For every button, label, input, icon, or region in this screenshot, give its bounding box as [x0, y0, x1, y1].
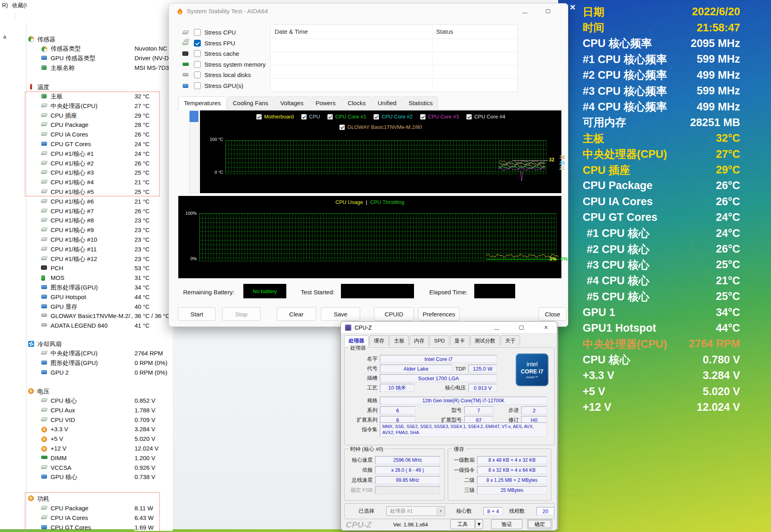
tab-cooling-fans[interactable]: Cooling Fans — [227, 96, 274, 110]
graph-scrollbar-thumb[interactable] — [190, 111, 198, 122]
sensor-row[interactable]: GPU 核心0.738 V — [27, 472, 173, 482]
cpuz-maximize-icon[interactable] — [519, 326, 524, 330]
sensor-row[interactable]: 中央处理器(CPU)27 °C — [27, 101, 173, 111]
checkbox-unchecked[interactable] — [194, 50, 201, 57]
legend-checkbox[interactable] — [420, 114, 426, 120]
sensor-section-header[interactable]: 电压 — [27, 387, 173, 396]
sensor-row[interactable]: PCH53 °C — [27, 263, 173, 273]
sensor-row[interactable]: GPU 显存40 °C — [27, 302, 173, 312]
sensor-row[interactable]: GPU Hotspot44 °C — [27, 292, 173, 302]
stress-option[interactable]: 123Stress FPU — [169, 39, 269, 48]
sensor-row[interactable]: 主板32 °C — [27, 92, 173, 101]
sensor-row[interactable]: GPU 20 RPM (0%) — [27, 368, 173, 377]
checkbox-unchecked[interactable] — [194, 61, 201, 68]
close-icon[interactable]: × — [570, 2, 575, 13]
stress-option[interactable]: Stress system memory — [169, 60, 269, 69]
sensor-row[interactable]: CPU IA Cores6.43 W — [27, 513, 173, 523]
checkbox-unchecked[interactable] — [194, 29, 201, 36]
sensor-row[interactable]: CPU #1/核心 #124 °C — [27, 149, 173, 159]
test-log-list[interactable]: Date & Time Status — [270, 24, 518, 92]
sensor-row[interactable]: CPU Aux1.788 V — [27, 406, 173, 415]
cpuz-tab-SPD[interactable]: SPD — [430, 335, 449, 346]
cpuz-tab-测试分数[interactable]: 测试分数 — [470, 335, 500, 346]
sensor-row[interactable]: CPU #1/核心 #1223 °C — [27, 254, 173, 264]
sensor-row[interactable]: CPU GT Cores24 °C — [27, 139, 173, 149]
sensor-row[interactable]: 图形处理器(GPU)34 °C — [27, 283, 173, 292]
sensor-row[interactable]: CPU #1/核心 #726 °C — [27, 206, 173, 216]
sensor-row[interactable]: DIMM1.200 V — [27, 453, 173, 463]
checkbox-unchecked[interactable] — [194, 82, 201, 89]
sensor-row[interactable]: +3.3 V3.284 V — [27, 424, 173, 434]
start-button[interactable]: Start — [178, 307, 216, 321]
sensor-row[interactable]: VCCSA0.926 V — [27, 463, 173, 473]
save-button[interactable]: Save — [321, 307, 360, 321]
tab-voltages[interactable]: Voltages — [275, 96, 309, 110]
cpuz-minimize-icon[interactable] — [494, 326, 499, 330]
sensor-section-header[interactable]: 功耗 — [27, 494, 173, 503]
stress-option[interactable]: Stress cache — [169, 49, 269, 59]
sensor-row[interactable]: MOS31 °C — [27, 273, 173, 283]
stress-option[interactable]: Stress GPU(s) — [169, 81, 269, 91]
sensor-row[interactable]: CPU #1/核心 #1023 °C — [27, 235, 173, 245]
stop-button[interactable]: Stop — [222, 307, 261, 321]
checkbox-unchecked[interactable] — [194, 71, 201, 78]
sensor-row[interactable]: CPU #1/核心 #1123 °C — [27, 245, 173, 254]
legend-checkbox[interactable] — [466, 114, 472, 120]
sensor-row[interactable]: CPU Package8.11 W — [27, 503, 173, 513]
sensor-row[interactable]: 图形处理器(GPU)0 RPM (0%) — [27, 358, 173, 368]
stress-option[interactable]: Stress local disks — [169, 70, 269, 80]
sensor-row[interactable]: CPU GT Cores1.69 W — [27, 523, 173, 532]
sensor-row[interactable]: CPU #1/核心 #621 °C — [27, 197, 173, 206]
validate-button[interactable]: 验证 — [491, 519, 522, 529]
sensor-row[interactable]: CPU #1/核心 #823 °C — [27, 216, 173, 225]
preferences-button[interactable]: Preferences — [418, 307, 460, 321]
tools-button[interactable]: 工具 — [450, 519, 475, 529]
minimize-icon[interactable] — [522, 10, 527, 13]
chevron-down-icon[interactable]: ▼ — [437, 507, 444, 515]
sensor-row[interactable]: 主板名称MSI MS-7D3 — [27, 63, 173, 73]
sensor-row[interactable]: CPU 插座29 °C — [27, 111, 173, 120]
sensor-section-header[interactable]: 传感器 — [27, 35, 173, 44]
checkbox-checked[interactable] — [194, 40, 201, 47]
tools-dropdown-icon[interactable]: ▼ — [475, 519, 483, 529]
sensor-row[interactable]: GPU 传感器类型Driver (NV-D — [27, 53, 173, 63]
legend-checkbox[interactable] — [327, 114, 333, 120]
cpuz-close-icon[interactable]: × — [544, 324, 548, 331]
sensor-row[interactable]: 中央处理器(CPU)2764 RPM — [27, 349, 173, 358]
cpuid-button[interactable]: CPUID — [374, 307, 414, 321]
legend-checkbox[interactable] — [256, 114, 262, 120]
stress-option[interactable]: Stress CPU — [169, 28, 269, 37]
cpuz-tab-主板[interactable]: 主板 — [390, 335, 409, 346]
cpuz-tab-内存[interactable]: 内存 — [410, 335, 429, 346]
graph-scrollbar[interactable] — [189, 110, 199, 193]
sensor-row[interactable]: +12 V12.024 V — [27, 444, 173, 453]
tab-unified[interactable]: Unified — [372, 96, 402, 110]
sensor-row[interactable]: GLOWAY Basic1TNVMe-M.2/...36 °C / 36 °C — [27, 311, 173, 321]
legend-checkbox[interactable] — [301, 114, 307, 120]
processor-select[interactable]: 处理器 #1 ▼ — [386, 506, 445, 516]
menu-item-0[interactable]: R) — [2, 2, 8, 8]
tab-powers[interactable]: Powers — [310, 96, 341, 110]
legend-checkbox[interactable] — [373, 114, 379, 120]
legend-checkbox[interactable] — [339, 124, 345, 130]
tab-temperatures[interactable]: Temperatures — [178, 96, 226, 110]
sensor-row[interactable]: CPU 核心0.852 V — [27, 396, 173, 406]
sensor-section-header[interactable]: 温度 — [27, 82, 173, 92]
sensor-row[interactable]: CPU #1/核心 #226 °C — [27, 159, 173, 168]
sensor-row[interactable]: CPU Package28 °C — [27, 120, 173, 130]
sensor-row[interactable]: CPU VID0.709 V — [27, 415, 173, 425]
sensor-row[interactable]: CPU #1/核心 #325 °C — [27, 168, 173, 177]
clear-button[interactable]: Clear — [277, 307, 316, 321]
maximize-icon[interactable] — [546, 9, 550, 13]
sensor-section-header[interactable]: 冷却风扇 — [27, 339, 173, 349]
sensor-row[interactable]: CPU #1/核心 #421 °C — [27, 177, 173, 187]
tab-statistics[interactable]: Statistics — [403, 96, 438, 110]
ok-button[interactable]: 确定 — [527, 519, 552, 529]
sensor-row[interactable]: CPU #1/核心 #923 °C — [27, 225, 173, 235]
tab-clocks[interactable]: Clocks — [342, 96, 371, 110]
cpuz-tab-缓存[interactable]: 缓存 — [369, 335, 389, 346]
sensor-row[interactable]: 传感器类型Nuvoton NC — [27, 44, 173, 53]
sensor-row[interactable]: ADATA LEGEND 84041 °C — [27, 321, 173, 330]
sensor-row[interactable]: CPU IA Cores26 °C — [27, 130, 173, 139]
cpuz-tab-关于[interactable]: 关于 — [501, 335, 520, 346]
